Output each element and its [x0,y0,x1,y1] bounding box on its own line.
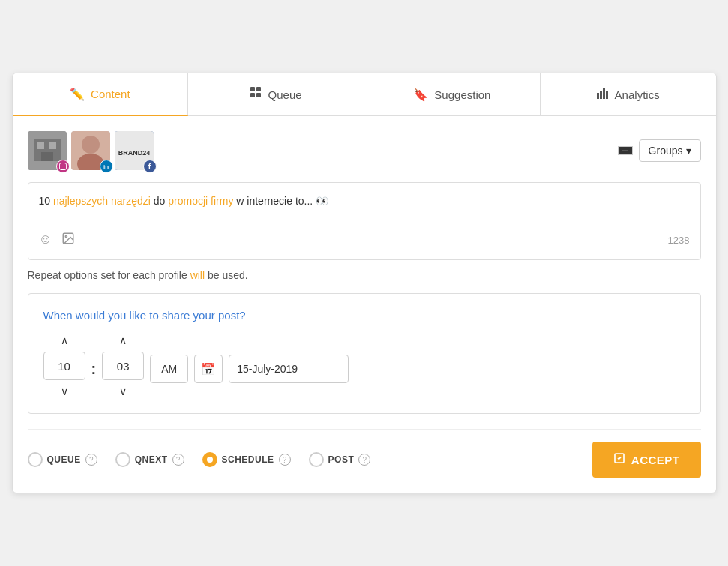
avatar-3[interactable]: BRAND24 f [115,131,154,170]
bookmark-icon: 🔖 [413,88,428,102]
facebook-badge: f [143,160,157,173]
svg-rect-5 [600,91,602,99]
minute-input[interactable] [102,352,144,380]
radio-schedule[interactable]: SCHEDULE ? [202,452,291,467]
svg-rect-4 [597,93,599,99]
repeat-notice: Repeat options set for each profile will… [28,269,701,281]
text-editor[interactable]: 10 najlepszych narzędzi do promocji firm… [28,182,701,260]
tab-content[interactable]: ✏️ Content [13,73,189,116]
minute-spinner: ∧ ∨ [102,334,144,398]
svg-rect-1 [256,87,261,91]
minute-down-button[interactable]: ∨ [115,385,131,398]
instagram-badge [56,160,70,173]
tab-analytics[interactable]: Analytics [541,73,716,115]
date-input[interactable] [229,355,349,383]
hour-down-button[interactable]: ∨ [56,385,73,398]
profile-row: in BRAND24 f [28,131,701,170]
svg-rect-0 [250,87,255,91]
hour-spinner: ∧ ∨ [43,334,85,398]
queue-help-icon[interactable]: ? [85,454,97,466]
post-help-icon[interactable]: ? [358,454,370,466]
editor-text-plain: 10 [39,195,53,207]
svg-rect-2 [250,93,255,97]
tab-suggestion-label: Suggestion [434,88,490,101]
editor-text-plain3: w internecie to... 👀 [233,195,328,207]
radio-post[interactable]: POST ? [309,452,371,467]
accept-label: ACCEPT [631,454,680,466]
image-icon[interactable] [61,232,75,249]
radio-schedule-circle [202,452,217,467]
groups-button[interactable]: Groups ▾ [639,139,701,162]
emoji-icon[interactable]: ☺ [39,232,52,249]
avatar-1[interactable] [28,131,67,170]
radio-queue-label: QUEUE [47,454,81,465]
time-row: ∧ ∨ : ∧ ∨ AM 📅 [43,334,685,398]
svg-rect-12 [41,152,53,161]
accept-check-icon [613,452,625,467]
ampm-button[interactable]: AM [150,355,188,383]
schedule-help-icon[interactable]: ? [279,454,291,466]
repeat-notice-highlight: will [190,269,205,281]
accept-button[interactable]: ACCEPT [592,442,701,478]
tab-queue[interactable]: Queue [188,73,364,115]
linkedin-badge: in [100,160,113,173]
editor-text-plain2: do [151,195,168,207]
svg-rect-11 [49,142,56,149]
avatar-2[interactable]: in [71,131,110,170]
tab-analytics-label: Analytics [615,88,660,101]
svg-point-19 [65,235,67,237]
analytics-icon [597,87,609,102]
tab-content-label: Content [91,88,130,100]
svg-rect-3 [256,93,261,97]
svg-point-14 [82,136,100,154]
main-container: ✏️ Content Queue 🔖 Suggestion A [12,73,717,493]
svg-text:BRAND24: BRAND24 [118,149,150,157]
action-bar: QUEUE ? QNEXT ? SCHEDULE ? POST ? [28,429,701,478]
tab-queue-label: Queue [268,88,302,101]
editor-toolbar: ☺ 1238 [39,232,690,249]
time-spinners: ∧ ∨ : ∧ ∨ AM [43,334,189,398]
editor-text-highlight2: promocji firmy [168,195,233,207]
schedule-box: When would you like to share your post? … [28,293,701,414]
grid-icon [250,87,262,102]
avatars: in BRAND24 f [28,131,158,170]
editor-content: 10 najlepszych narzędzi do promocji firm… [39,193,690,209]
hour-input[interactable] [43,352,85,380]
radio-queue[interactable]: QUEUE ? [28,452,97,467]
radio-qnext[interactable]: QNEXT ? [115,452,184,467]
hour-up-button[interactable]: ∧ [56,334,73,347]
date-picker: 📅 [194,355,349,383]
editor-text-highlight: najlepszych narzędzi [53,195,151,207]
groups-area: Groups ▾ [618,139,701,162]
svg-rect-10 [37,142,44,149]
radio-post-circle [309,452,324,467]
svg-rect-6 [603,88,605,99]
tab-bar: ✏️ Content Queue 🔖 Suggestion A [13,73,716,116]
chevron-down-icon: ▾ [686,145,691,157]
minus-btn[interactable] [618,146,633,155]
calendar-icon[interactable]: 📅 [194,355,223,383]
schedule-title: When would you like to share your post? [43,309,685,322]
radio-schedule-label: SCHEDULE [222,454,274,465]
radio-queue-circle [28,452,43,467]
radio-qnext-circle [115,452,130,467]
editor-icons: ☺ [39,232,75,249]
qnext-help-icon[interactable]: ? [172,454,184,466]
body: in BRAND24 f [13,116,716,493]
radio-qnext-label: QNEXT [135,454,168,465]
svg-rect-7 [606,91,608,99]
pencil-icon: ✏️ [70,87,85,101]
groups-label: Groups [649,145,683,157]
radio-post-label: POST [328,454,355,465]
minute-up-button[interactable]: ∧ [115,334,131,347]
time-colon: : [91,361,97,378]
char-count: 1238 [668,235,690,246]
tab-suggestion[interactable]: 🔖 Suggestion [364,73,541,115]
